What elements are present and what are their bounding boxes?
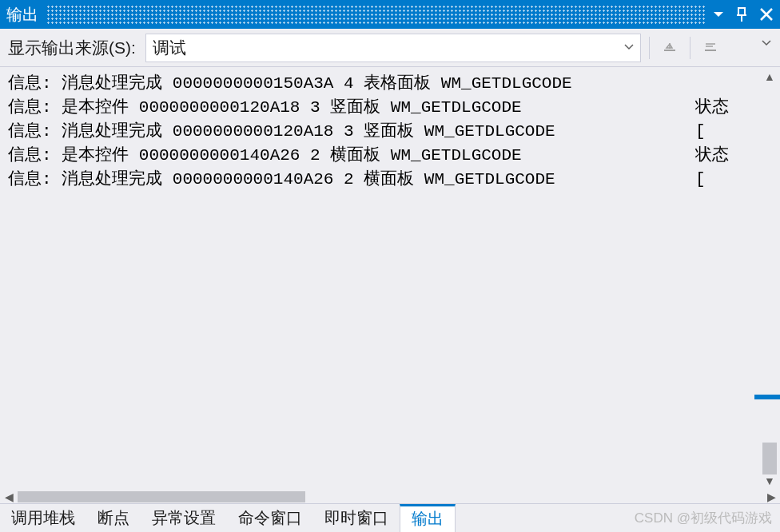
horizontal-scrollbar[interactable]: ◀ ▶ bbox=[0, 490, 780, 503]
output-line-extra: [ bbox=[695, 120, 743, 144]
watermark: CSDN @初级代码游戏 bbox=[635, 509, 772, 527]
output-line-text: 信息: 消息处理完成 0000000000120A18 3 竖面板 WM_GET… bbox=[8, 120, 695, 144]
tab-命令窗口[interactable]: 命令窗口 bbox=[227, 504, 313, 532]
hscroll-track[interactable] bbox=[18, 491, 762, 502]
titlebar: 输出 bbox=[0, 0, 780, 29]
toolbar-separator bbox=[690, 37, 690, 59]
output-source-label: 显示输出来源(S): bbox=[8, 37, 136, 59]
toggle-wrap-button[interactable] bbox=[698, 36, 722, 60]
scroll-down-icon[interactable]: ▼ bbox=[764, 474, 775, 487]
output-line-extra bbox=[695, 72, 743, 96]
output-line-extra: [ bbox=[695, 168, 743, 192]
output-line-text: 信息: 消息处理完成 0000000000140A26 2 横面板 WM_GET… bbox=[8, 168, 695, 192]
close-icon[interactable] bbox=[759, 7, 774, 22]
output-line[interactable]: 信息: 是本控件 0000000000140A26 2 横面板 WM_GETDL… bbox=[8, 144, 772, 168]
toolbar: 显示输出来源(S): 调试 bbox=[0, 29, 780, 67]
tab-调用堆栈[interactable]: 调用堆栈 bbox=[0, 504, 86, 532]
scroll-marker bbox=[754, 395, 780, 399]
scroll-up-icon[interactable]: ▲ bbox=[764, 70, 775, 83]
scroll-thumb[interactable] bbox=[762, 443, 777, 474]
output-source-combo[interactable]: 调试 bbox=[145, 34, 641, 62]
tab-输出[interactable]: 输出 bbox=[400, 504, 456, 532]
pin-icon[interactable] bbox=[735, 6, 748, 22]
dropdown-icon[interactable] bbox=[713, 9, 724, 20]
combo-selected-value: 调试 bbox=[153, 37, 624, 59]
clear-output-button[interactable] bbox=[658, 36, 682, 60]
tab-即时窗口[interactable]: 即时窗口 bbox=[313, 504, 400, 532]
output-line[interactable]: 信息: 消息处理完成 0000000000150A3A 4 表格面板 WM_GE… bbox=[8, 72, 772, 96]
vertical-scrollbar[interactable]: ▲ ▼ bbox=[759, 67, 780, 490]
scroll-left-icon[interactable]: ◀ bbox=[3, 490, 14, 503]
output-line-text: 信息: 是本控件 0000000000120A18 3 竖面板 WM_GETDL… bbox=[8, 96, 695, 120]
svg-rect-0 bbox=[738, 8, 745, 15]
svg-rect-7 bbox=[705, 50, 716, 51]
tab-异常设置[interactable]: 异常设置 bbox=[141, 504, 227, 532]
chevron-down-icon bbox=[624, 41, 634, 55]
output-line[interactable]: 信息: 消息处理完成 0000000000120A18 3 竖面板 WM_GET… bbox=[8, 120, 772, 144]
tabbar: 调用堆栈断点异常设置命令窗口即时窗口输出CSDN @初级代码游戏 bbox=[0, 503, 780, 532]
output-line[interactable]: 信息: 是本控件 0000000000120A18 3 竖面板 WM_GETDL… bbox=[8, 96, 772, 120]
output-line-text: 信息: 是本控件 0000000000140A26 2 横面板 WM_GETDL… bbox=[8, 144, 695, 168]
overflow-icon[interactable] bbox=[759, 35, 775, 51]
output-text[interactable]: 信息: 消息处理完成 0000000000150A3A 4 表格面板 WM_GE… bbox=[0, 67, 780, 197]
svg-rect-5 bbox=[664, 50, 675, 51]
toolbar-separator bbox=[649, 37, 650, 59]
titlebar-grip[interactable] bbox=[46, 5, 705, 24]
output-line-extra: 状态 bbox=[695, 96, 743, 120]
output-line[interactable]: 信息: 消息处理完成 0000000000140A26 2 横面板 WM_GET… bbox=[8, 168, 772, 192]
tab-断点[interactable]: 断点 bbox=[86, 504, 141, 532]
scroll-right-icon[interactable]: ▶ bbox=[766, 490, 777, 503]
output-line-text: 信息: 消息处理完成 0000000000150A3A 4 表格面板 WM_GE… bbox=[8, 72, 695, 96]
hscroll-thumb[interactable] bbox=[18, 491, 305, 502]
panel-title: 输出 bbox=[6, 4, 38, 26]
output-line-extra: 状态 bbox=[695, 144, 743, 168]
output-area: 信息: 消息处理完成 0000000000150A3A 4 表格面板 WM_GE… bbox=[0, 67, 780, 490]
scroll-track[interactable] bbox=[759, 83, 780, 474]
